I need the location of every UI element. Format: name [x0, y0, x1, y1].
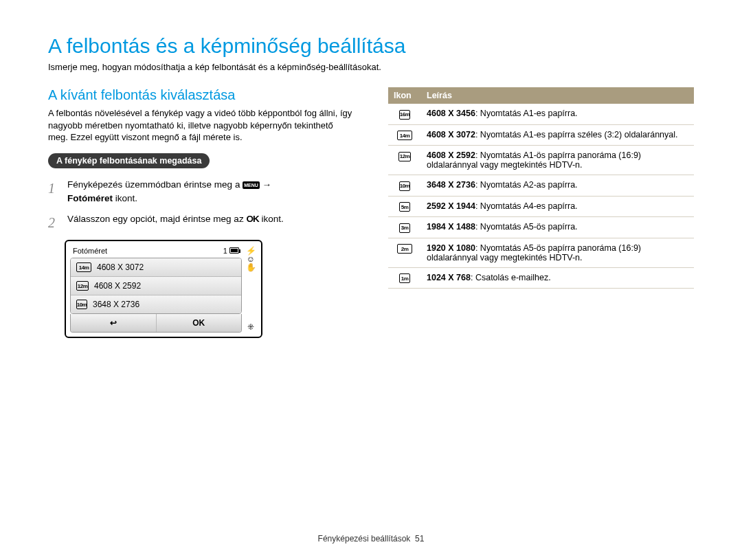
resolution-icon: 10m	[76, 300, 87, 309]
camera-resolution-row[interactable]: 12m4608 X 2592	[71, 277, 241, 295]
resolution-icon: 12m	[76, 281, 89, 291]
resolution-label: 4608 X 3072	[97, 262, 144, 272]
camera-ui-mock: Fotóméret 1 14m4608 X 307212m4608 X 2592…	[65, 240, 262, 338]
table-header-desc: Leírás	[421, 87, 694, 104]
table-row: 3m1984 X 1488: Nyomtatás A5-ös papírra.	[388, 217, 694, 238]
camera-resolution-row[interactable]: 10m3648 X 2736	[71, 295, 241, 313]
resolution-table: Ikon Leírás 16m4608 X 3456: Nyomtatás A1…	[388, 87, 694, 289]
resolution-label: 4608 X 2592	[94, 281, 141, 291]
table-row: 5m2592 X 1944: Nyomtatás A4-es papírra.	[388, 196, 694, 217]
battery-icon	[229, 247, 239, 254]
resolution-icon: 2m	[397, 244, 412, 254]
section-subtitle: A kívánt felbontás kiválasztása	[48, 87, 354, 103]
step-1-body: Fényképezés üzemmódban érintse meg a MEN…	[67, 178, 354, 206]
ok-icon-inline: OK	[246, 214, 258, 224]
camera-page: 1	[223, 247, 227, 255]
resolution-icon: 1m	[399, 273, 410, 283]
intro-text: Ismerje meg, hogyan módosíthatja a kép f…	[48, 62, 694, 72]
resolution-icon: 10m	[399, 181, 410, 191]
table-row: 10m3648 X 2736: Nyomtatás A2-as papírra.	[388, 175, 694, 197]
page-title: A felbontás és a képminőség beállítása	[48, 34, 694, 58]
resolution-icon: 14m	[76, 262, 91, 272]
menu-icon: MENU	[243, 181, 260, 189]
camera-title: Fotóméret	[73, 247, 107, 255]
resolution-icon: 12m	[398, 152, 411, 161]
table-row: 1m1024 X 768: Csatolás e-mailhez.	[388, 267, 694, 289]
resolution-table-body: 16m4608 X 3456: Nyomtatás A1-es papírra.…	[388, 104, 694, 289]
step-number-1: 1	[48, 178, 60, 206]
table-row: 16m4608 X 3456: Nyomtatás A1-es papírra.	[388, 104, 694, 124]
table-row: 14m4608 X 3072: Nyomtatás A1-es papírra …	[388, 124, 694, 146]
step-number-2: 2	[48, 212, 60, 233]
resolution-icon: 14m	[397, 131, 412, 140]
camera-list: 14m4608 X 307212m4608 X 259210m3648 X 27…	[70, 258, 242, 314]
camera-resolution-row[interactable]: 14m4608 X 3072	[71, 258, 241, 277]
page-footer: Fényképezési beállítások 51	[0, 534, 742, 544]
step-2-body: Válasszon egy opciót, majd érintse meg a…	[67, 212, 354, 233]
table-row: 12m4608 X 2592: Nyomtatás A1-ös papírra …	[388, 146, 694, 175]
hand-icon: ✋	[246, 263, 256, 271]
camera-back-button[interactable]: ↩	[71, 314, 157, 332]
paragraph: A felbontás növelésével a fénykép vagy a…	[48, 107, 354, 144]
subheader-pill: A fénykép felbontásának megadása	[48, 153, 210, 168]
resolution-icon: 16m	[399, 110, 410, 120]
focus-icon: ⁜	[247, 323, 254, 331]
resolution-label: 3648 X 2736	[93, 300, 139, 309]
table-row: 2m1920 X 1080: Nyomtatás A5-ös papírra p…	[388, 238, 694, 267]
table-header-icon: Ikon	[388, 87, 421, 104]
resolution-icon: 5m	[399, 202, 410, 212]
resolution-icon: 3m	[399, 223, 410, 233]
camera-ok-button[interactable]: OK	[157, 314, 242, 332]
